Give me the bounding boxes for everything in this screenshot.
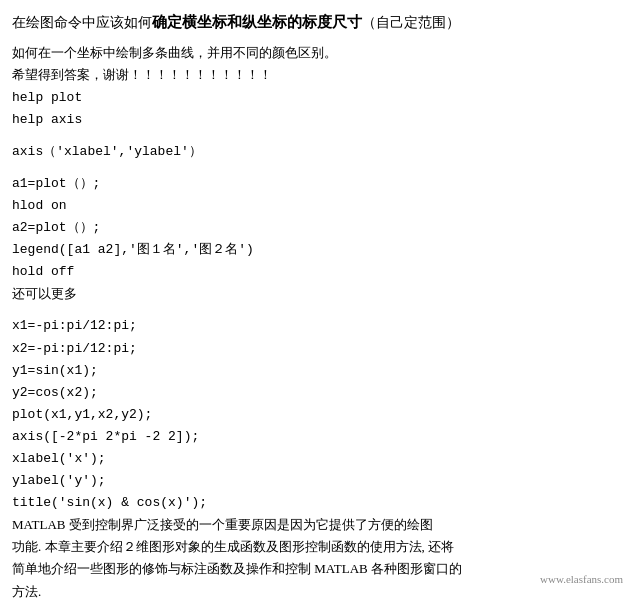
page-container: 在绘图命令中应该如何确定横坐标和纵坐标的标度尺寸（自己定范围） 如何在一个坐标中… (12, 10, 621, 599)
code-line: x1=-pi:pi/12:pi; (12, 315, 621, 337)
code-line: plot(x1,y1,x2,y2); (12, 404, 621, 426)
text-line: 简单地介绍一些图形的修饰与标注函数及操作和控制 MATLAB 各种图形窗口的 (12, 558, 621, 580)
code-line: axis（'xlabel','ylabel'） (12, 141, 621, 163)
code-line: hlod on (12, 195, 621, 217)
content-area: 如何在一个坐标中绘制多条曲线，并用不同的颜色区别。希望得到答案，谢谢！！！！！！… (12, 42, 621, 599)
text-line: 方法. (12, 581, 621, 599)
code-line: ylabel('y'); (12, 470, 621, 492)
code-line: title('sin(x) & cos(x)'); (12, 492, 621, 514)
code-line: hold off (12, 261, 621, 283)
code-line: help axis (12, 109, 621, 131)
text-line: 如何在一个坐标中绘制多条曲线，并用不同的颜色区别。 (12, 42, 621, 64)
code-line: y2=cos(x2); (12, 382, 621, 404)
watermark: www.elasfans.com (540, 571, 623, 589)
page-title: 在绘图命令中应该如何确定横坐标和纵坐标的标度尺寸（自己定范围） (12, 10, 621, 34)
text-line: 功能. 本章主要介绍２维图形对象的生成函数及图形控制函数的使用方法, 还将 (12, 536, 621, 558)
code-line: axis([-2*pi 2*pi -2 2]); (12, 426, 621, 448)
empty-line (12, 305, 621, 315)
title-prefix: 在绘图命令中应该如何 (12, 15, 152, 30)
code-line: y1=sin(x1); (12, 360, 621, 382)
code-line: legend([a1 a2],'图１名','图２名') (12, 239, 621, 261)
code-line: help plot (12, 87, 621, 109)
code-line: a1=plot（）; (12, 173, 621, 195)
empty-line (12, 131, 621, 141)
text-line: 希望得到答案，谢谢！！！！！！！！！！！ (12, 64, 621, 86)
title-suffix: （自己定范围） (362, 15, 460, 30)
code-line: xlabel('x'); (12, 448, 621, 470)
text-line: MATLAB 受到控制界广泛接受的一个重要原因是因为它提供了方便的绘图 (12, 514, 621, 536)
text-line: 还可以更多 (12, 283, 621, 305)
title-bold: 确定横坐标和纵坐标的标度尺寸 (152, 14, 362, 30)
code-line: a2=plot（）; (12, 217, 621, 239)
empty-line (12, 163, 621, 173)
code-line: x2=-pi:pi/12:pi; (12, 338, 621, 360)
